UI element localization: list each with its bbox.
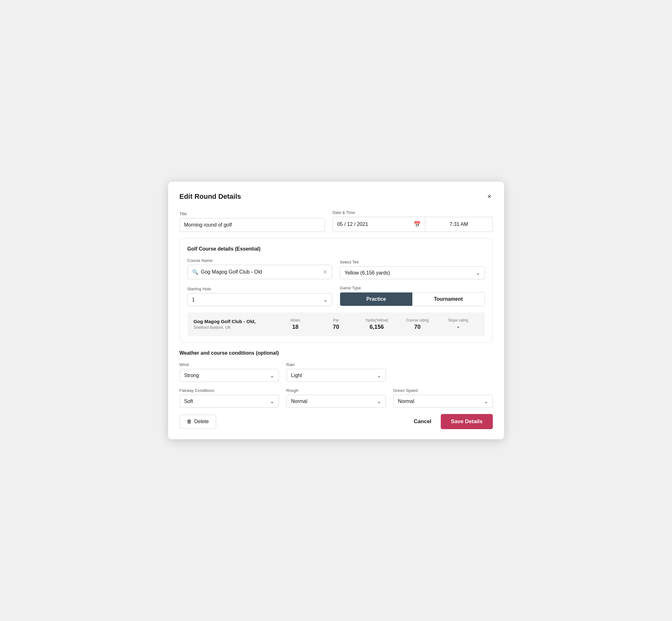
starting-hole-container: 1234 5678 910 ⌄ xyxy=(187,293,333,306)
search-icon: 🔍 xyxy=(192,269,199,275)
wind-group: Wind CalmLightModerate StrongVery Strong… xyxy=(179,362,279,382)
par-value: 70 xyxy=(316,324,356,330)
fairway-rough-green-row: Fairway Conditions SoftNormalHard ⌄ Roug… xyxy=(179,388,493,408)
rain-label: Rain xyxy=(287,362,386,367)
starting-hole-dropdown[interactable]: 1234 5678 910 xyxy=(187,293,333,306)
wind-rain-row: Wind CalmLightModerate StrongVery Strong… xyxy=(179,362,493,382)
yards-stat: Yards(Yellow) 6,156 xyxy=(356,318,397,330)
practice-button[interactable]: Practice xyxy=(340,292,412,306)
datetime-group: Date & Time 05 / 12 / 2021 📅 7:31 AM xyxy=(333,210,493,232)
clear-icon[interactable]: ✕ xyxy=(323,268,328,276)
course-info-card: Gog Magog Golf Club - Old, Shelford Bott… xyxy=(187,313,485,336)
course-rating-value: 70 xyxy=(397,324,438,330)
course-name-search[interactable]: 🔍 ✕ xyxy=(187,265,333,279)
rough-dropdown[interactable]: SoftNormalHard xyxy=(287,395,386,408)
course-location: Shelford Bottom, UK xyxy=(194,325,275,330)
holes-value: 18 xyxy=(275,324,316,330)
select-tee-group: Select Tee Yellow (6,156 yards) White Re… xyxy=(340,260,485,279)
golf-course-title: Golf Course details (Essential) xyxy=(187,246,485,252)
game-type-toggle: Practice Tournament xyxy=(340,292,485,306)
green-speed-label: Green Speed xyxy=(393,388,493,393)
slope-rating-label: Slope rating xyxy=(438,318,478,323)
wind-label: Wind xyxy=(179,362,279,367)
save-button[interactable]: Save Details xyxy=(441,414,493,429)
course-name-input[interactable] xyxy=(201,269,321,275)
tournament-button[interactable]: Tournament xyxy=(412,292,485,306)
starting-hole-label: Starting Hole xyxy=(187,287,333,291)
rough-container: SoftNormalHard ⌄ xyxy=(287,395,386,408)
course-name-label: Course Name xyxy=(187,258,333,263)
slope-rating-stat: Slope rating - xyxy=(438,318,478,330)
game-type-label: Game Type xyxy=(340,286,485,290)
edit-round-modal: Edit Round Details × Title Date & Time 0… xyxy=(168,182,504,439)
modal-title: Edit Round Details xyxy=(179,193,241,201)
golf-course-section: Golf Course details (Essential) Course N… xyxy=(179,238,493,343)
footer-right: Cancel Save Details xyxy=(411,414,493,429)
course-info-name: Gog Magog Golf Club - Old, Shelford Bott… xyxy=(194,319,275,330)
select-tee-label: Select Tee xyxy=(340,260,485,264)
date-value: 05 / 12 / 2021 xyxy=(337,221,411,227)
date-time-inputs: 05 / 12 / 2021 📅 7:31 AM xyxy=(333,217,493,232)
green-speed-dropdown[interactable]: SlowNormalFastVery Fast xyxy=(393,395,493,408)
weather-section: Weather and course conditions (optional)… xyxy=(179,350,493,408)
yards-label: Yards(Yellow) xyxy=(356,318,397,323)
date-input[interactable]: 05 / 12 / 2021 📅 xyxy=(333,217,425,232)
rain-group: Rain NoneLightModerateHeavy ⌄ xyxy=(287,362,386,382)
close-button[interactable]: × xyxy=(486,192,493,201)
rough-label: Rough xyxy=(287,388,386,393)
time-input[interactable]: 7:31 AM xyxy=(425,217,493,232)
green-speed-group: Green Speed SlowNormalFastVery Fast ⌄ xyxy=(393,388,493,408)
wind-container: CalmLightModerate StrongVery Strong ⌄ xyxy=(179,369,279,382)
title-datetime-row: Title Date & Time 05 / 12 / 2021 📅 7:31 … xyxy=(179,210,493,232)
title-group: Title xyxy=(179,211,325,232)
calendar-icon: 📅 xyxy=(414,221,421,228)
select-tee-container: Yellow (6,156 yards) White Red Blue ⌄ xyxy=(340,266,485,279)
course-rating-label: Course rating xyxy=(397,318,438,323)
holes-label: Holes xyxy=(275,318,316,323)
cancel-button[interactable]: Cancel xyxy=(411,415,435,428)
slope-rating-value: - xyxy=(438,324,478,330)
rain-container: NoneLightModerateHeavy ⌄ xyxy=(287,369,386,382)
footer-row: 🗑 Delete Cancel Save Details xyxy=(179,414,493,429)
green-speed-container: SlowNormalFastVery Fast ⌄ xyxy=(393,395,493,408)
starting-hole-group: Starting Hole 1234 5678 910 ⌄ xyxy=(187,287,333,306)
weather-section-title: Weather and course conditions (optional) xyxy=(179,350,493,356)
delete-button[interactable]: 🗑 Delete xyxy=(179,415,216,428)
par-stat: Par 70 xyxy=(316,318,356,330)
title-input[interactable] xyxy=(179,218,325,232)
trash-icon: 🗑 xyxy=(187,419,192,424)
datetime-label: Date & Time xyxy=(333,210,493,215)
fairway-dropdown[interactable]: SoftNormalHard xyxy=(179,395,279,408)
course-name-display: Gog Magog Golf Club - Old, xyxy=(194,319,275,324)
fairway-group: Fairway Conditions SoftNormalHard ⌄ xyxy=(179,388,279,408)
wind-dropdown[interactable]: CalmLightModerate StrongVery Strong xyxy=(179,369,279,382)
fairway-container: SoftNormalHard ⌄ xyxy=(179,395,279,408)
course-tee-row: Course Name 🔍 ✕ Select Tee Yellow (6,156… xyxy=(187,258,485,279)
game-type-group: Game Type Practice Tournament xyxy=(340,286,485,306)
modal-header: Edit Round Details × xyxy=(179,192,493,201)
course-name-group: Course Name 🔍 ✕ xyxy=(187,258,333,279)
title-label: Title xyxy=(179,211,325,216)
time-value: 7:31 AM xyxy=(450,221,468,227)
hole-gametype-row: Starting Hole 1234 5678 910 ⌄ Game Type … xyxy=(187,286,485,306)
rough-group: Rough SoftNormalHard ⌄ xyxy=(287,388,386,408)
course-rating-stat: Course rating 70 xyxy=(397,318,438,330)
holes-stat: Holes 18 xyxy=(275,318,316,330)
rain-dropdown[interactable]: NoneLightModerateHeavy xyxy=(287,369,386,382)
select-tee-dropdown[interactable]: Yellow (6,156 yards) White Red Blue xyxy=(340,266,485,279)
par-label: Par xyxy=(316,318,356,323)
fairway-label: Fairway Conditions xyxy=(179,388,279,393)
yards-value: 6,156 xyxy=(356,324,397,330)
delete-label: Delete xyxy=(194,419,209,424)
